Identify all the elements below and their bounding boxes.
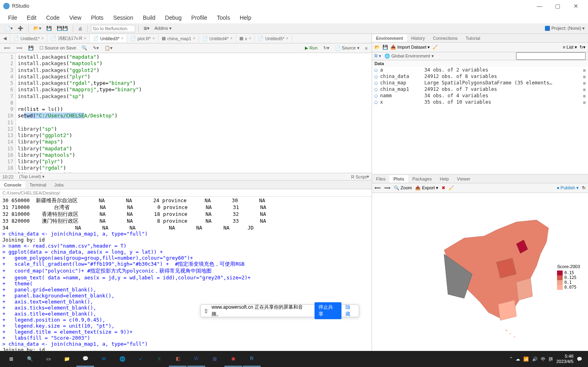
word-button[interactable]: W — [187, 351, 205, 367]
menu-view[interactable]: View — [64, 13, 86, 23]
load-ws-button[interactable]: 📂 — [374, 45, 380, 50]
prev-plot-button[interactable]: ⟸ — [374, 185, 381, 191]
src-tab-untitled3[interactable]: 📄 Untitled3* × — [90, 35, 127, 42]
src-tab-x[interactable]: ▦ x × — [236, 35, 255, 42]
mail-button[interactable]: ✉ — [95, 351, 113, 367]
tray-ime1[interactable]: 中 — [541, 356, 545, 362]
todo-button[interactable]: ✓ — [132, 351, 150, 367]
env-search-input[interactable] — [516, 52, 586, 60]
menu-session[interactable]: Session — [108, 13, 138, 23]
scope-indicator[interactable]: (Top Level) ▾ — [19, 174, 45, 179]
tab-packages[interactable]: Packages — [408, 175, 436, 182]
menu-edit[interactable]: Edit — [22, 13, 41, 23]
refresh-plot-button[interactable]: ↻ — [582, 185, 586, 191]
misc-button[interactable]: ⊞▾ — [142, 25, 151, 32]
source-on-save-check[interactable]: ☐ Source on Save — [38, 45, 78, 51]
goto-file-input[interactable] — [91, 25, 135, 32]
publish-button[interactable]: ● Publish ▾ — [557, 185, 579, 191]
tab-help[interactable]: Help — [436, 175, 453, 182]
console-output[interactable]: 30 650000 新疆维吾尔自治区 NA NA 24 province NA … — [0, 197, 372, 360]
menu-profile[interactable]: Profile — [187, 13, 212, 23]
rerun-button[interactable]: ↻▾ — [322, 45, 331, 51]
back-button[interactable]: ⟸ — [2, 45, 12, 51]
env-row[interactable]: ◯x35 obs. of 10 variables▦ — [372, 99, 588, 105]
app1-button[interactable]: ◧ — [169, 351, 187, 367]
search-button[interactable]: 🔍 — [21, 351, 39, 367]
tray-volume-icon[interactable]: 🔊 — [532, 357, 538, 362]
tab-plots[interactable]: Plots — [389, 175, 408, 182]
src-tab-prev[interactable]: ◀ — [0, 35, 10, 42]
close-button[interactable]: ✕ — [567, 3, 585, 9]
addins-button[interactable]: Addins ▾ — [153, 25, 173, 32]
explorer-button[interactable]: 📁 — [58, 351, 76, 367]
edge-button[interactable]: 🌐 — [113, 351, 131, 367]
tab-console[interactable]: Console — [0, 181, 25, 189]
menu-file[interactable]: File — [3, 13, 22, 23]
source-button[interactable]: 📄 Source ▾ — [333, 45, 361, 51]
outline-button[interactable]: ≡ — [364, 45, 369, 51]
env-view-button[interactable]: ≡ List ▾ — [563, 45, 577, 50]
src-tab-chinamap1[interactable]: ▦ china_map1 × — [158, 35, 199, 42]
export-button[interactable]: 📤 Export ▾ — [415, 185, 438, 191]
env-row[interactable]: ◯china_data24912 obs. of 8 variables▦ — [372, 73, 588, 80]
src-tab-plotr[interactable]: 📄 plot.R* × — [127, 35, 158, 42]
env-row[interactable]: ◯a34 obs. of 2 variables▦ — [372, 67, 588, 73]
print-button[interactable]: 🖨 — [76, 25, 84, 32]
env-row[interactable]: ◯namm34 obs. of 4 variables▦ — [372, 92, 588, 99]
recorder-button[interactable]: ◉ — [224, 351, 242, 367]
zoom-button[interactable]: 🔍 Zoom — [394, 185, 412, 191]
excel-button[interactable]: X — [150, 351, 168, 367]
tab-environment[interactable]: Environment — [372, 35, 407, 42]
new-project-button[interactable]: ➕ — [16, 25, 25, 32]
tab-history[interactable]: History — [407, 35, 429, 42]
env-scope[interactable]: 🌐 Global Environment ▾ — [384, 53, 434, 59]
save-src-button[interactable]: 💾 — [27, 45, 35, 51]
env-row[interactable]: ◯china_mapLarge SpatialPolygonsDataFrame… — [372, 80, 588, 86]
tab-connections[interactable]: Connections — [429, 35, 461, 42]
wand-button[interactable]: ✎▾ — [91, 45, 101, 51]
notebook-button[interactable]: 📋▾ — [103, 45, 114, 51]
save-ws-button[interactable]: 💾 — [382, 45, 388, 50]
src-tab-untitled1[interactable]: 📄 Untitled1* × — [10, 35, 47, 42]
code-editor[interactable]: 123456789101112131415161718192021222324 … — [0, 53, 372, 173]
src-tab-file2[interactable]: 📄 消权法17v.R × — [47, 34, 90, 43]
env-row[interactable]: ◯china_map124912 obs. of 7 variables▦ — [372, 86, 588, 92]
src-tab-untitled4[interactable]: 📄 Untitled4* × — [199, 35, 236, 42]
clear-plots-button[interactable]: 🧹 — [448, 185, 454, 191]
menu-build[interactable]: Build — [138, 13, 160, 23]
menu-debug[interactable]: Debug — [160, 13, 186, 23]
tray-ime2[interactable]: 拼 — [549, 356, 553, 362]
app2-button[interactable]: ⊞ — [206, 351, 224, 367]
menu-help[interactable]: Help — [235, 13, 256, 23]
rstudio-button[interactable]: R — [243, 351, 261, 367]
menu-plots[interactable]: Plots — [86, 13, 108, 23]
clear-ws-button[interactable]: 🧹 — [432, 45, 438, 50]
save-button[interactable]: 💾 — [45, 25, 53, 32]
start-button[interactable]: ⊞ — [2, 351, 20, 367]
tray-cloud-icon[interactable]: ☁ — [516, 357, 520, 362]
next-plot-button[interactable]: ⟹ — [384, 185, 391, 191]
remove-plot-button[interactable]: ✖ — [442, 185, 445, 191]
refresh-button[interactable]: ↻▾ — [580, 45, 586, 50]
open-file-button[interactable]: 📂▾ — [32, 25, 43, 32]
hide-share-button[interactable]: 隐藏 — [345, 304, 355, 318]
taskview-button[interactable]: ▭ — [39, 351, 57, 367]
tray-clock[interactable]: 5:48 2023/4/5 — [556, 354, 574, 364]
tab-terminal[interactable]: Terminal — [25, 181, 50, 189]
tray-chevron-icon[interactable]: ˄ — [510, 357, 512, 362]
tray-wifi-icon[interactable]: 📶 — [523, 357, 529, 362]
menu-code[interactable]: Code — [41, 13, 64, 23]
stop-share-button[interactable]: 停止共享 — [315, 302, 341, 319]
new-file-button[interactable]: 📄▾ — [3, 25, 14, 32]
src-tab-untitled5[interactable]: 📄 Untitled5* × — [255, 35, 292, 42]
find-button[interactable]: 🔍 — [80, 45, 89, 51]
project-indicator[interactable]: 🟦 Project: (None) ▾ — [545, 26, 585, 31]
fwd-button[interactable]: ⟹ — [14, 45, 24, 51]
tab-viewer[interactable]: Viewer — [453, 175, 474, 182]
tab-tutorial[interactable]: Tutorial — [462, 35, 484, 42]
maximize-button[interactable]: ▢ — [549, 3, 567, 9]
import-dataset-button[interactable]: 📥 Import Dataset ▾ — [391, 45, 430, 50]
save-all-button[interactable]: 💾💾 — [55, 25, 70, 32]
wechat-button[interactable]: 💬 — [76, 351, 94, 367]
tab-jobs[interactable]: Jobs — [50, 181, 68, 189]
